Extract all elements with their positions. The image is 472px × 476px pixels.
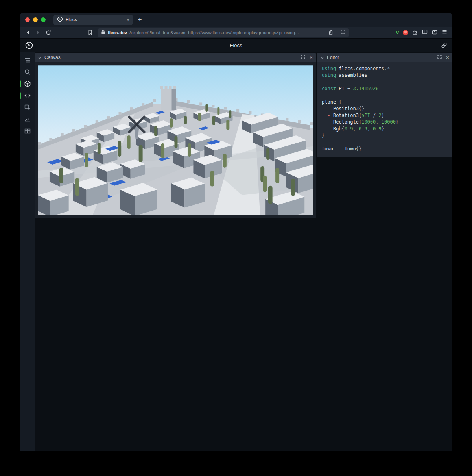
sidebar-item-stats[interactable]: [20, 113, 35, 125]
back-button[interactable]: [23, 28, 33, 37]
editor-panel-header: Editor ×: [317, 53, 452, 62]
url-actions: [328, 29, 346, 36]
canvas-3d-scene[interactable]: [38, 65, 313, 215]
sidebar-item-entities[interactable]: [20, 78, 35, 90]
sidebar-item-tree[interactable]: [20, 54, 35, 66]
minimize-window-button[interactable]: [33, 17, 38, 22]
canvas-panel-header: Canvas ×: [35, 53, 316, 62]
close-icon[interactable]: ×: [446, 55, 449, 60]
browser-tab[interactable]: Flecs ×: [53, 15, 133, 25]
red-extension-icon[interactable]: [403, 30, 408, 35]
editor-code[interactable]: using flecs.components.*using assemblies…: [317, 62, 452, 157]
share-icon[interactable]: [328, 29, 334, 36]
chevron-down-icon[interactable]: [320, 56, 324, 59]
sidebar-item-queries[interactable]: [20, 125, 35, 137]
chevron-down-icon[interactable]: [38, 56, 42, 59]
sidebar-item-editor[interactable]: [20, 90, 35, 102]
traffic-lights: [25, 17, 49, 22]
sidebar-item-inspect[interactable]: [20, 102, 35, 113]
vimium-extension-icon[interactable]: V: [396, 30, 399, 35]
url-bar[interactable]: flecs.dev /explorer/?local=true&wasm=htt…: [98, 28, 349, 37]
tab-title: Flecs: [66, 17, 124, 22]
puzzle-extensions-icon[interactable]: [412, 29, 418, 37]
lock-icon: [101, 30, 105, 35]
close-window-button[interactable]: [25, 17, 30, 22]
expand-icon[interactable]: [437, 55, 442, 60]
page-title: Flecs: [230, 43, 242, 48]
url-domain: flecs.dev: [108, 30, 127, 35]
new-tab-button[interactable]: +: [138, 16, 142, 23]
browser-toolbar: flecs.dev /explorer/?local=true&wasm=htt…: [20, 27, 452, 39]
canvas-body: [35, 62, 316, 218]
url-path: /explorer/?local=true&wasm=https://www.f…: [129, 30, 326, 35]
app-body: Canvas ×: [20, 52, 452, 451]
canvas-panel: Canvas ×: [35, 53, 316, 218]
tab-close-icon[interactable]: ×: [126, 17, 129, 23]
editor-panel-actions: ×: [437, 55, 449, 60]
workspace: Canvas ×: [20, 52, 452, 451]
menu-hamburger-icon[interactable]: [441, 29, 448, 37]
canvas-panel-title: Canvas: [44, 55, 61, 60]
reload-button[interactable]: [43, 28, 53, 37]
side-toolbar: [20, 52, 35, 451]
zoom-window-button[interactable]: [41, 17, 46, 22]
browser-window: Flecs × + flecs.dev /explorer/?local=tru…: [20, 13, 452, 451]
bookmark-icon[interactable]: [85, 28, 95, 37]
scene-tower: [160, 86, 176, 110]
copy-link-icon[interactable]: [441, 42, 447, 50]
flecs-favicon-icon: [57, 16, 63, 24]
canvas-panel-actions: ×: [301, 55, 313, 60]
close-icon[interactable]: ×: [310, 55, 313, 60]
editor-panel-title: Editor: [327, 55, 339, 60]
sidebar-item-search[interactable]: [20, 66, 35, 78]
container-tab-icon[interactable]: [431, 29, 438, 37]
flecs-logo-icon: [25, 41, 33, 51]
forward-button[interactable]: [33, 28, 43, 37]
editor-panel: Editor × using flecs.components.*using a…: [317, 53, 452, 157]
shield-icon[interactable]: [340, 29, 346, 36]
expand-icon[interactable]: [301, 55, 305, 60]
divider: [337, 30, 337, 35]
tab-strip: Flecs × +: [20, 13, 452, 27]
app-header: Flecs: [20, 39, 452, 52]
sidebar-toggle-icon[interactable]: [422, 29, 428, 37]
toolbar-extensions: V: [396, 29, 449, 37]
